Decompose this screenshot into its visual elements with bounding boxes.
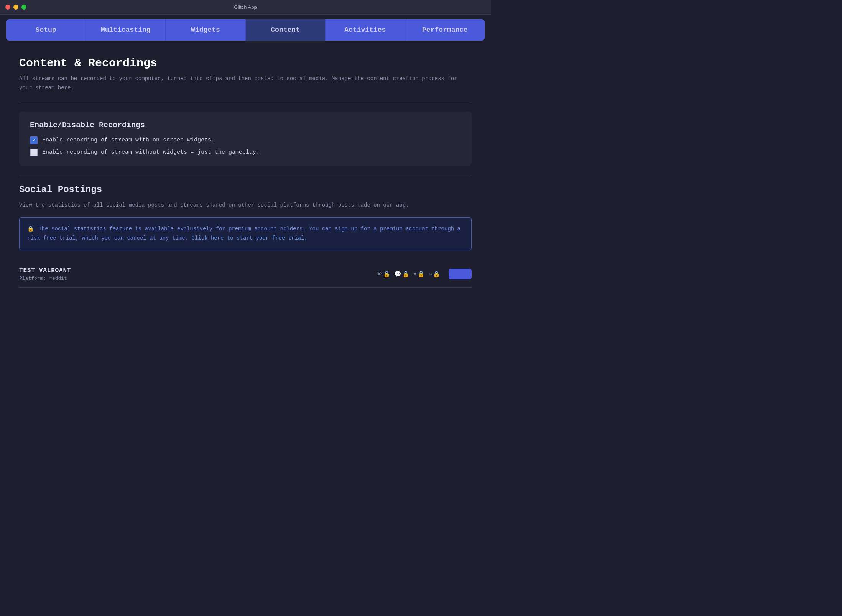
titlebar: Glitch App [0, 0, 491, 15]
post-item-left: TEST VALROANT Platform: reddit [19, 267, 71, 281]
tab-multicasting[interactable]: Multicasting [86, 19, 166, 41]
checkbox-row-2: Enable recording of stream without widge… [30, 149, 461, 156]
comment-icon: 💬 [394, 271, 401, 278]
recordings-title: Enable/Disable Recordings [30, 121, 461, 130]
minimize-button[interactable] [13, 5, 18, 10]
window-controls [5, 5, 26, 10]
divider-2 [19, 175, 472, 175]
share-lock-pair: ↪ 🔒 [429, 271, 440, 278]
checkbox-row-1: ✓ Enable recording of stream with on-scr… [30, 136, 461, 144]
post-title: TEST VALROANT [19, 267, 71, 274]
social-postings-title: Social Postings [19, 184, 472, 195]
divider-1 [19, 102, 472, 102]
lock-icon: 🔒 [27, 226, 34, 232]
checkbox-label-1: Enable recording of stream with on-scree… [42, 137, 215, 143]
premium-notice-box: 🔒 The social statistics feature is avail… [19, 217, 472, 250]
premium-link[interactable]: Click here to start your free trial. [191, 235, 307, 241]
share-icon: ↪ [429, 271, 432, 278]
checkbox-label-2: Enable recording of stream without widge… [42, 149, 260, 156]
checkbox-with-widgets[interactable]: ✓ [30, 136, 38, 144]
lock-icon-3: 🔒 [418, 271, 425, 278]
checkmark-icon: ✓ [32, 137, 35, 143]
post-item: TEST VALROANT Platform: reddit 👁 🔒 💬 🔒 ♥… [19, 261, 472, 288]
heart-icon: ♥ [413, 271, 417, 278]
post-action-button[interactable] [449, 269, 472, 279]
post-platform: Platform: reddit [19, 276, 71, 281]
tab-content[interactable]: Content [246, 19, 326, 41]
main-content: Content & Recordings All streams can be … [0, 45, 491, 299]
heart-lock-pair: ♥ 🔒 [413, 271, 425, 278]
eye-icon: 👁 [377, 271, 382, 278]
comment-lock-pair: 💬 🔒 [394, 271, 409, 278]
checkbox-without-widgets[interactable] [30, 149, 38, 156]
app-title: Glitch App [234, 4, 257, 10]
tab-widgets[interactable]: Widgets [166, 19, 245, 41]
tab-performance[interactable]: Performance [405, 19, 485, 41]
tab-activities[interactable]: Activities [326, 19, 405, 41]
lock-icon-1: 🔒 [383, 271, 390, 278]
view-lock-pair: 👁 🔒 [377, 271, 390, 278]
tab-bar: Setup Multicasting Widgets Content Activ… [0, 15, 491, 45]
social-description: View the statistics of all social media … [19, 201, 472, 210]
tab-setup[interactable]: Setup [6, 19, 86, 41]
post-icons: 👁 🔒 💬 🔒 ♥ 🔒 ↪ 🔒 [377, 269, 472, 279]
page-description: All streams can be recorded to your comp… [19, 74, 472, 93]
maximize-button[interactable] [21, 5, 26, 10]
recordings-box: Enable/Disable Recordings ✓ Enable recor… [19, 112, 472, 166]
lock-icon-2: 🔒 [402, 271, 409, 278]
lock-icon-4: 🔒 [433, 271, 440, 278]
page-title: Content & Recordings [19, 57, 472, 70]
close-button[interactable] [5, 5, 10, 10]
